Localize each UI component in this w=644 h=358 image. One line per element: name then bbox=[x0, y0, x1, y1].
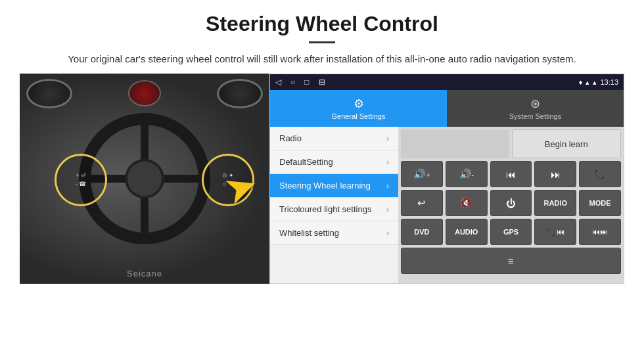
sw-background: + ⏎ - ☎ ⊙ ✦ ○ ✦ ➤ Seicane bbox=[20, 74, 269, 284]
btn-row-2: ↩ 🔇 ⏻ RADIO MODE bbox=[401, 190, 621, 216]
menu-item-tricolour[interactable]: Tricoloured light settings › bbox=[270, 198, 398, 221]
menu-whitelist-label: Whitelist setting bbox=[279, 228, 339, 238]
audio-label: AUDIO bbox=[455, 228, 478, 236]
nav-home-btn[interactable]: ○ bbox=[290, 78, 295, 87]
menu-radio-label: Radio bbox=[279, 133, 302, 143]
next-track-icon: ⏭ bbox=[551, 169, 561, 180]
menu-grid-icon: ≡ bbox=[508, 256, 514, 267]
prev-next-icon: ⏮⏭ bbox=[592, 227, 608, 236]
location-icon: ♦ bbox=[579, 78, 583, 86]
empty-display bbox=[401, 129, 509, 158]
back-button[interactable]: ↩ bbox=[401, 190, 443, 216]
vol-down-button[interactable]: 🔊- bbox=[446, 161, 488, 187]
mode-button[interactable]: MODE bbox=[579, 190, 621, 216]
vol-down-icon: 🔊- bbox=[459, 168, 474, 180]
menu-item-radio[interactable]: Radio › bbox=[270, 127, 398, 150]
direction-arrow: ➤ bbox=[218, 160, 264, 215]
nav-square-btn[interactable]: □ bbox=[304, 78, 309, 87]
chevron-icon: › bbox=[386, 205, 389, 214]
screen-main: Radio › DefaultSetting › Steering Wheel … bbox=[270, 127, 624, 283]
phone-prev-icon: 📞⏮ bbox=[547, 227, 564, 236]
gps-button[interactable]: GPS bbox=[490, 219, 532, 245]
sw-left-controls: + ⏎ - ☎ bbox=[55, 154, 107, 206]
begin-learn-button[interactable]: Begin learn bbox=[512, 129, 622, 158]
nav-buttons: ◁ ○ □ ⊟ bbox=[275, 78, 325, 87]
phone-icon: 📞 bbox=[594, 168, 607, 180]
chevron-icon: › bbox=[386, 229, 389, 238]
screen-panel: Begin learn 🔊+ 🔊- ⏮ bbox=[398, 127, 624, 283]
android-statusbar: ◁ ○ □ ⊟ ♦ ▴ ▴ 13:13 bbox=[270, 74, 624, 90]
back-icon: ↩ bbox=[417, 197, 426, 209]
radio-button[interactable]: RADIO bbox=[534, 190, 576, 216]
mute-icon: 🔇 bbox=[460, 197, 472, 209]
menu-item-steering-wheel[interactable]: Steering Wheel learning › bbox=[270, 174, 398, 198]
tab-system-settings[interactable]: ⊛ System Settings bbox=[447, 90, 624, 127]
audio-button[interactable]: AUDIO bbox=[446, 219, 488, 245]
sw-center bbox=[125, 159, 164, 198]
vol-up-button[interactable]: 🔊+ bbox=[401, 161, 443, 187]
gps-label: GPS bbox=[503, 228, 518, 236]
btn-row-1: 🔊+ 🔊- ⏮ ⏭ 📞 bbox=[401, 161, 621, 187]
phone-prev-button[interactable]: 📞⏮ bbox=[534, 219, 576, 245]
menu-steering-label: Steering Wheel learning bbox=[279, 181, 371, 190]
tab-general-label: General Settings bbox=[332, 112, 386, 120]
page-wrapper: Steering Wheel Control Your original car… bbox=[0, 0, 644, 290]
chevron-icon: › bbox=[386, 158, 389, 167]
menu-item-whitelist[interactable]: Whitelist setting › bbox=[270, 221, 398, 245]
prev-next-button[interactable]: ⏮⏭ bbox=[579, 219, 621, 245]
btn-row-3: DVD AUDIO GPS 📞⏮ ⏮⏭ bbox=[401, 219, 621, 245]
power-icon: ⏻ bbox=[506, 198, 516, 209]
radio-label: RADIO bbox=[544, 199, 567, 207]
system-settings-icon: ⊛ bbox=[530, 97, 540, 111]
prev-track-icon: ⏮ bbox=[506, 169, 516, 180]
steering-wheel-image: + ⏎ - ☎ ⊙ ✦ ○ ✦ ➤ Seicane bbox=[20, 74, 269, 284]
chevron-icon: › bbox=[386, 134, 389, 143]
mute-button[interactable]: 🔇 bbox=[446, 190, 488, 216]
power-button[interactable]: ⏻ bbox=[490, 190, 532, 216]
content-area: + ⏎ - ☎ ⊙ ✦ ○ ✦ ➤ Seicane bbox=[0, 74, 644, 290]
phone-button[interactable]: 📞 bbox=[579, 161, 621, 187]
nav-menu-btn[interactable]: ⊟ bbox=[319, 78, 325, 87]
clock: 13:13 bbox=[600, 78, 618, 86]
tab-general-settings[interactable]: ⚙ General Settings bbox=[270, 90, 447, 127]
mode-label: MODE bbox=[589, 199, 611, 207]
dashboard-screen: ◁ ○ □ ⊟ ♦ ▴ ▴ 13:13 ⚙ General Settings bbox=[269, 74, 624, 284]
menu-item-defaultsetting[interactable]: DefaultSetting › bbox=[270, 150, 398, 174]
menu-grid-button[interactable]: ≡ bbox=[401, 248, 621, 274]
top-tabs: ⚙ General Settings ⊛ System Settings bbox=[270, 90, 624, 127]
watermark: Seicane bbox=[127, 269, 162, 279]
nav-back-btn[interactable]: ◁ bbox=[275, 78, 281, 87]
chevron-icon: › bbox=[386, 181, 389, 190]
next-track-button[interactable]: ⏭ bbox=[534, 161, 576, 187]
btn-row-4: ≡ bbox=[401, 248, 621, 274]
prev-track-button[interactable]: ⏮ bbox=[490, 161, 532, 187]
dvd-button[interactable]: DVD bbox=[401, 219, 443, 245]
menu-default-label: DefaultSetting bbox=[279, 157, 333, 167]
page-title: Steering Wheel Control bbox=[39, 12, 605, 36]
menu-tricolour-label: Tricoloured light settings bbox=[279, 204, 371, 214]
general-settings-icon: ⚙ bbox=[354, 97, 364, 111]
dvd-label: DVD bbox=[414, 228, 429, 236]
tab-system-label: System Settings bbox=[509, 112, 561, 120]
panel-top-row: Begin learn bbox=[401, 129, 621, 158]
signal-icon: ▴ bbox=[593, 78, 597, 87]
page-header: Steering Wheel Control Your original car… bbox=[0, 0, 644, 74]
wifi-icon: ▴ bbox=[586, 78, 589, 87]
status-icons: ♦ ▴ ▴ 13:13 bbox=[579, 78, 618, 87]
vol-up-icon: 🔊+ bbox=[413, 168, 430, 180]
page-subtitle: Your original car's steering wheel contr… bbox=[59, 51, 585, 67]
screen-menu: Radio › DefaultSetting › Steering Wheel … bbox=[270, 127, 398, 283]
title-divider bbox=[309, 41, 335, 43]
